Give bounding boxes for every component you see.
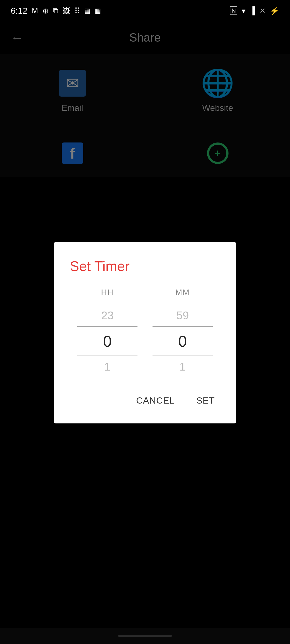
minutes-label: MM (175, 288, 190, 297)
grid1-icon: ▦ (84, 7, 90, 14)
hours-values[interactable]: 23 0 1 (70, 305, 145, 378)
copy-icon: ⧉ (53, 6, 58, 15)
status-bar: 6:12 M ⊕ ⧉ 🖼 ⠿ ▦ ▦ N ▾ ▐ ✕ ⚡ (0, 0, 290, 21)
dots-icon: ⠿ (74, 6, 80, 15)
minutes-prev: 59 (176, 305, 189, 326)
hours-label: HH (101, 288, 114, 297)
hours-prev: 23 (101, 305, 114, 326)
gmail-icon: M (32, 6, 38, 15)
hours-picker-column[interactable]: HH 23 0 1 (70, 288, 145, 378)
minutes-values[interactable]: 59 0 1 (145, 305, 220, 378)
hours-next: 1 (104, 356, 110, 378)
wifi-icon: ▾ (242, 6, 245, 15)
modal-overlay: Set Timer HH 23 0 1 MM (0, 21, 290, 644)
dialog-actions: CANCEL SET (70, 391, 220, 410)
signal-icon: ▐ (250, 6, 255, 15)
battery-icon: ⚡ (270, 6, 279, 15)
cancel-button[interactable]: CANCEL (131, 391, 180, 410)
dialog-title: Set Timer (70, 258, 220, 274)
time-picker[interactable]: HH 23 0 1 MM 59 0 (70, 288, 220, 378)
status-left: 6:12 M ⊕ ⧉ 🖼 ⠿ ▦ ▦ (11, 6, 101, 16)
minutes-picker-column[interactable]: MM 59 0 1 (145, 288, 220, 378)
hours-current[interactable]: 0 (103, 327, 112, 356)
minutes-current[interactable]: 0 (178, 327, 187, 356)
minutes-next: 1 (179, 356, 186, 378)
timer-dialog: Set Timer HH 23 0 1 MM (54, 242, 236, 423)
grid2-icon: ▦ (95, 7, 101, 14)
globe-icon: ⊕ (42, 6, 49, 15)
status-right: N ▾ ▐ ✕ ⚡ (230, 6, 279, 15)
photo-icon: 🖼 (63, 6, 70, 15)
set-button[interactable]: SET (191, 391, 220, 410)
signal-x-icon: ✕ (259, 6, 266, 15)
nfc-icon: N (230, 6, 237, 15)
status-time: 6:12 (11, 6, 27, 16)
main-background: ← Share ✉ Email 🌐 Website f + (0, 21, 290, 644)
